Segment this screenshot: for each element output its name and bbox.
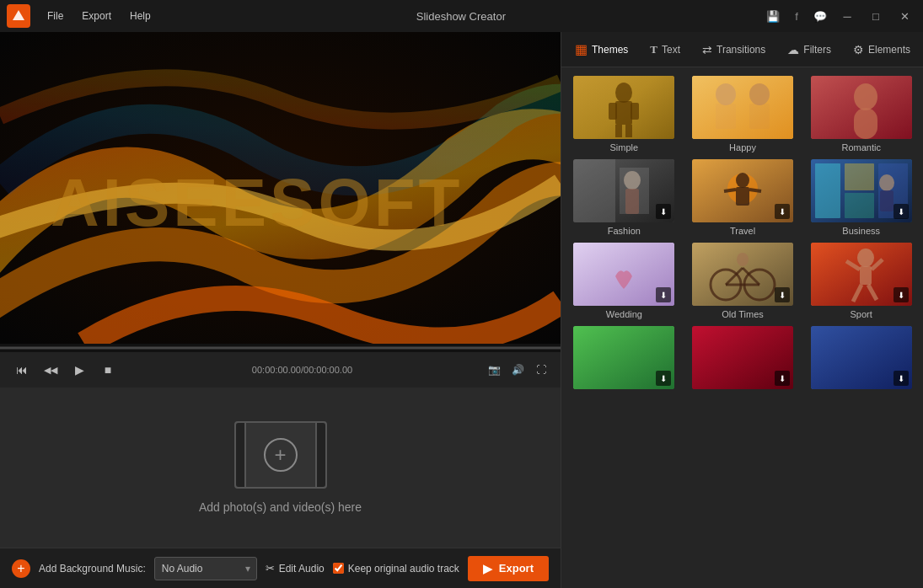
theme-fashion-download[interactable]: ⬇ (656, 204, 671, 219)
theme-wedding[interactable]: ⬇ Wedding (568, 243, 680, 319)
app-logo (7, 4, 30, 28)
step-back-button[interactable]: ◀◀ (39, 358, 62, 382)
theme-row4b[interactable]: ⬇ (687, 326, 799, 393)
add-media-text: Add photo(s) and video(s) here (199, 500, 362, 514)
theme-row4a[interactable]: ⬇ (568, 326, 680, 393)
audio-select[interactable]: No Audio (154, 557, 257, 580)
add-plus-icon: + (264, 438, 298, 472)
theme-happy-thumb (692, 76, 793, 139)
time-display: 00:00:00.00/00:00:00.00 (125, 365, 480, 375)
svg-point-21 (624, 171, 641, 190)
theme-romantic[interactable]: Romantic (805, 76, 917, 152)
svg-rect-6 (609, 103, 617, 120)
edit-audio-icon: ✂ (266, 562, 275, 575)
svg-point-12 (749, 83, 770, 105)
tab-filters[interactable]: ☁ Filters (777, 38, 841, 61)
theme-business-download[interactable]: ⬇ (893, 204, 909, 219)
theme-oldtimes-label: Old Times (722, 309, 764, 319)
tab-text[interactable]: T Text (640, 38, 690, 61)
themes-grid: Simple (561, 67, 923, 588)
fullscreen-button[interactable]: ⛶ (532, 361, 550, 379)
theme-row4b-download[interactable]: ⬇ (775, 371, 790, 386)
svg-rect-9 (625, 125, 632, 137)
svg-line-28 (749, 190, 761, 191)
save-icon[interactable]: 💾 (763, 6, 783, 26)
facebook-icon[interactable]: f (786, 6, 807, 26)
svg-rect-31 (845, 163, 874, 190)
edit-audio-button[interactable]: ✂ Edit Audio (266, 562, 325, 575)
theme-romantic-thumb (811, 76, 912, 139)
tab-transitions[interactable]: ⇄ Transitions (692, 38, 775, 61)
theme-oldtimes[interactable]: ⬇ Old Times (687, 243, 799, 319)
play-button[interactable]: ▶ (67, 358, 91, 382)
svg-rect-7 (631, 103, 639, 120)
theme-wedding-label: Wedding (606, 309, 642, 319)
theme-travel[interactable]: ⬇ Travel (687, 159, 799, 236)
theme-sport[interactable]: ⬇ Sport (805, 243, 917, 319)
theme-oldtimes-thumb: ⬇ (692, 243, 793, 306)
svg-rect-14 (749, 104, 770, 129)
svg-rect-10 (692, 76, 793, 139)
minimize-button[interactable]: ─ (835, 7, 859, 25)
stop-button[interactable]: ■ (96, 358, 120, 382)
add-media-icon: + (234, 421, 327, 489)
theme-fashion-label: Fashion (608, 226, 641, 236)
menu-help[interactable]: Help (121, 7, 159, 25)
progress-track (0, 347, 561, 350)
tab-themes[interactable]: ▦ Themes (565, 36, 638, 62)
controls-bar: ⏮ ◀◀ ▶ ■ 00:00:00.00/00:00:00.00 📷 🔊 ⛶ (0, 352, 561, 388)
menu-bar: File Export Help (39, 7, 159, 25)
theme-row4c[interactable]: ⬇ (805, 326, 917, 393)
svg-point-25 (736, 173, 749, 188)
svg-rect-26 (736, 187, 749, 206)
svg-point-4 (615, 83, 632, 103)
svg-rect-32 (845, 193, 874, 218)
menu-export[interactable]: Export (73, 7, 120, 25)
svg-point-11 (716, 83, 736, 105)
theme-row4c-download[interactable]: ⬇ (893, 371, 909, 386)
message-icon[interactable]: 💬 (810, 6, 830, 26)
close-button[interactable]: ✕ (893, 7, 916, 25)
theme-sport-download[interactable]: ⬇ (893, 287, 909, 302)
video-preview: AISEESOFT (0, 32, 561, 344)
audio-select-wrapper: No Audio (154, 557, 257, 580)
keep-original-label: Keep original audio track (348, 563, 459, 575)
tab-elements[interactable]: ⚙ Elements (843, 38, 920, 61)
theme-row4a-download[interactable]: ⬇ (656, 371, 671, 386)
svg-line-27 (724, 190, 736, 191)
theme-simple[interactable]: Simple (568, 76, 680, 152)
keep-original-checkbox[interactable] (333, 563, 344, 574)
theme-simple-thumb (573, 76, 674, 139)
filters-icon: ☁ (787, 43, 799, 56)
svg-rect-46 (860, 266, 872, 285)
svg-point-34 (879, 174, 894, 191)
theme-happy-label: Happy (729, 142, 756, 152)
theme-simple-label: Simple (610, 142, 639, 152)
add-media-area[interactable]: + Add photo(s) and video(s) here (0, 388, 561, 548)
maximize-button[interactable]: □ (864, 7, 888, 25)
tab-transitions-label: Transitions (716, 44, 765, 56)
tab-text-label: Text (662, 44, 680, 56)
prev-button[interactable]: ⏮ (10, 358, 34, 382)
theme-fashion[interactable]: ⬇ Fashion (568, 159, 680, 236)
theme-business[interactable]: ⬇ Business (805, 159, 917, 236)
volume-button[interactable]: 🔊 (508, 361, 527, 379)
theme-wedding-download[interactable]: ⬇ (656, 287, 671, 302)
theme-travel-thumb: ⬇ (692, 159, 793, 222)
export-button[interactable]: ▶ Export (468, 556, 549, 581)
progress-bar[interactable] (0, 344, 561, 352)
theme-fashion-thumb: ⬇ (573, 159, 674, 222)
add-music-button[interactable]: + (12, 559, 30, 578)
theme-sport-thumb: ⬇ (811, 243, 912, 306)
right-panel: ▦ Themes T Text ⇄ Transitions ☁ Filters … (561, 32, 923, 588)
themes-icon: ▦ (575, 41, 588, 57)
menu-file[interactable]: File (39, 7, 72, 25)
tabs-bar: ▦ Themes T Text ⇄ Transitions ☁ Filters … (561, 32, 923, 67)
svg-rect-30 (815, 163, 840, 218)
theme-oldtimes-download[interactable]: ⬇ (775, 287, 790, 302)
titlebar: File Export Help Slideshow Creator 💾 f 💬… (0, 0, 923, 32)
screenshot-button[interactable]: 📷 (485, 361, 503, 379)
theme-happy[interactable]: Happy (687, 76, 799, 152)
tab-filters-label: Filters (803, 44, 831, 56)
theme-travel-download[interactable]: ⬇ (775, 204, 790, 219)
